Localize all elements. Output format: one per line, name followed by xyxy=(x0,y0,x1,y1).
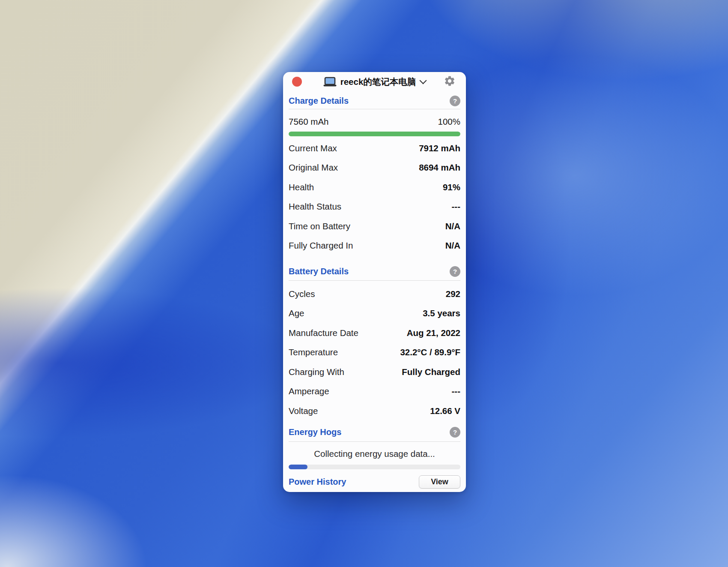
row-label: Amperage xyxy=(289,386,329,396)
row-label: Time on Battery xyxy=(289,221,350,231)
window-title: reeck的笔记本电脑 xyxy=(340,76,416,88)
battery-details-section-header: Battery Details ? xyxy=(289,265,460,278)
charge-percent-value: 100% xyxy=(438,117,460,127)
charge-details-heading: Charge Details xyxy=(289,96,349,106)
table-row: Current Max 7912 mAh xyxy=(289,138,460,158)
row-value: 32.2°C / 89.9°F xyxy=(400,347,460,357)
charge-mah-value: 7560 mAh xyxy=(289,117,328,127)
energy-progress-bar xyxy=(289,465,460,469)
battery-details-heading: Battery Details xyxy=(289,267,349,276)
settings-gear-icon[interactable] xyxy=(444,75,456,87)
row-label: Cycles xyxy=(289,289,315,299)
row-label: Age xyxy=(289,308,304,318)
charge-help-icon[interactable]: ? xyxy=(450,96,460,106)
row-value: 3.5 years xyxy=(423,308,460,318)
divider xyxy=(289,109,460,109)
row-value: N/A xyxy=(445,221,460,231)
charge-details-section-header: Charge Details ? xyxy=(289,94,460,107)
row-label: Original Max xyxy=(289,162,338,173)
row-value: 91% xyxy=(443,182,460,192)
row-value: --- xyxy=(452,201,460,212)
power-history-heading: Power History xyxy=(289,477,346,487)
table-row: Charging With Fully Charged xyxy=(289,362,460,382)
device-selector[interactable]: reeck的笔记本电脑 xyxy=(323,76,426,88)
table-row: Health Status --- xyxy=(289,197,460,217)
table-row: Temperature 32.2°C / 89.9°F xyxy=(289,343,460,363)
row-value: 292 xyxy=(446,289,460,299)
energy-status-text: Collecting energy usage data... xyxy=(289,449,460,459)
row-label: Voltage xyxy=(289,406,318,416)
row-label: Fully Charged In xyxy=(289,240,353,251)
charge-details-list: Current Max 7912 mAh Original Max 8694 m… xyxy=(289,138,460,255)
row-value: Fully Charged xyxy=(402,367,460,377)
row-label: Current Max xyxy=(289,143,337,153)
energy-hogs-section-header: Energy Hogs ? xyxy=(289,426,460,439)
table-row: Age 3.5 years xyxy=(289,304,460,324)
battery-details-list: Cycles 292 Age 3.5 years Manufacture Dat… xyxy=(289,284,460,421)
row-label: Charging With xyxy=(289,367,344,377)
divider xyxy=(289,441,460,442)
close-button[interactable] xyxy=(292,77,302,87)
table-row: Time on Battery N/A xyxy=(289,216,460,236)
battery-help-icon[interactable]: ? xyxy=(450,266,460,277)
power-history-row: Power History View xyxy=(289,475,460,489)
row-value: 7912 mAh xyxy=(419,143,460,153)
row-label: Temperature xyxy=(289,347,338,357)
table-row: Cycles 292 xyxy=(289,284,460,304)
view-button[interactable]: View xyxy=(419,475,460,489)
chevron-down-icon xyxy=(420,77,427,84)
row-value: --- xyxy=(452,386,460,396)
row-value: Aug 21, 2022 xyxy=(407,328,460,338)
table-row: Original Max 8694 mAh xyxy=(289,158,460,178)
row-value: 8694 mAh xyxy=(419,162,460,173)
titlebar: reeck的笔记本电脑 xyxy=(289,72,460,92)
row-value: N/A xyxy=(445,240,460,251)
energy-progress-bar-fill xyxy=(289,465,307,469)
row-value: 12.66 V xyxy=(430,406,460,416)
table-row: Voltage 12.66 V xyxy=(289,401,460,421)
energy-help-icon[interactable]: ? xyxy=(450,427,460,438)
desktop-wallpaper: reeck的笔记本电脑 Charge Details ? 7560 mAh 10… xyxy=(0,0,728,567)
row-label: Health xyxy=(289,182,314,192)
row-label: Health Status xyxy=(289,201,341,212)
table-row: Fully Charged In N/A xyxy=(289,236,460,256)
battery-app-window: reeck的笔记本电脑 Charge Details ? 7560 mAh 10… xyxy=(283,72,466,492)
charge-level-bar-fill xyxy=(289,132,460,136)
divider xyxy=(289,280,460,281)
charge-level-row: 7560 mAh 100% xyxy=(289,117,460,127)
energy-hogs-heading: Energy Hogs xyxy=(289,427,341,437)
table-row: Manufacture Date Aug 21, 2022 xyxy=(289,323,460,343)
row-label: Manufacture Date xyxy=(289,328,358,338)
table-row: Health 91% xyxy=(289,177,460,197)
charge-level-bar xyxy=(289,132,460,136)
laptop-icon xyxy=(323,77,337,87)
table-row: Amperage --- xyxy=(289,382,460,402)
